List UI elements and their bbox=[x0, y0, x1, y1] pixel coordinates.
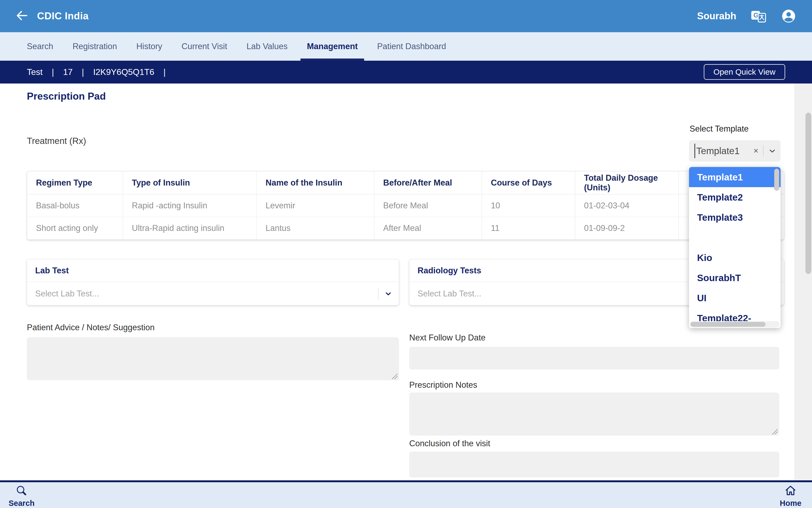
tab-search[interactable]: Search bbox=[27, 32, 53, 61]
lab-test-title: Lab Test bbox=[27, 259, 399, 282]
advice-label: Patient Advice / Notes/ Suggestion bbox=[27, 323, 155, 332]
prescription-notes-label: Prescription Notes bbox=[409, 380, 477, 390]
resize-handle-icon[interactable] bbox=[391, 373, 397, 379]
dropdown-option-template2[interactable]: Template2 bbox=[689, 187, 780, 207]
treatment-rx-label: Treatment (Rx) bbox=[27, 136, 86, 146]
table-row[interactable]: Basal-bolus Rapid -acting Insulin Levemi… bbox=[27, 195, 784, 217]
patient-name: Test bbox=[27, 67, 43, 77]
select-divider bbox=[378, 288, 378, 300]
tab-registration[interactable]: Registration bbox=[73, 32, 117, 61]
patient-id: I2K9Y6Q5Q1T6 bbox=[93, 67, 155, 77]
radiology-placeholder: Select Lab Test... bbox=[418, 289, 481, 299]
tab-lab-values[interactable]: Lab Values bbox=[247, 32, 288, 61]
rx-table-body: Basal-bolus Rapid -acting Insulin Levemi… bbox=[27, 195, 784, 240]
home-label: Home bbox=[780, 499, 802, 508]
cell-dosage: 01-02-03-04 bbox=[575, 195, 679, 217]
cell-meal: Before Meal bbox=[374, 195, 482, 217]
separator: | bbox=[52, 67, 54, 77]
col-name-of-insulin: Name of the Insulin bbox=[257, 171, 374, 195]
back-button[interactable] bbox=[15, 9, 29, 23]
template-dropdown: Template1 Template2 Template3 Kio Sourab… bbox=[689, 167, 780, 328]
table-row[interactable]: Short acting only Ultra-Rapid acting ins… bbox=[27, 217, 784, 240]
cell-insulin-type: Rapid -acting Insulin bbox=[123, 195, 257, 217]
svg-text:G: G bbox=[754, 11, 759, 19]
dropdown-option-blank[interactable] bbox=[689, 227, 780, 248]
cell-dosage: 01-09-09-2 bbox=[575, 217, 679, 240]
resize-handle-icon[interactable] bbox=[772, 428, 778, 434]
lab-test-card: Lab Test Select Lab Test... bbox=[27, 259, 399, 305]
patient-age: 17 bbox=[63, 67, 73, 77]
open-quick-view-button[interactable]: Open Quick View bbox=[704, 64, 785, 80]
conclusion-label: Conclusion of the visit bbox=[409, 439, 490, 449]
dropdown-hscrollbar-thumb[interactable] bbox=[690, 322, 766, 327]
dropdown-vscrollbar-thumb[interactable] bbox=[774, 169, 779, 190]
col-before-after-meal: Before/After Meal bbox=[374, 171, 482, 195]
dropdown-option-template3[interactable]: Template3 bbox=[689, 207, 780, 227]
chevron-down-icon[interactable] bbox=[768, 147, 776, 155]
clear-icon[interactable]: × bbox=[754, 146, 758, 156]
search-label: Search bbox=[9, 499, 35, 508]
home-shortcut[interactable]: Home bbox=[780, 484, 802, 508]
select-template-label: Select Template bbox=[690, 124, 749, 134]
col-regimen-type: Regimen Type bbox=[27, 171, 123, 195]
page-title: Prescription Pad bbox=[27, 91, 106, 102]
dropdown-option-ui[interactable]: UI bbox=[689, 288, 780, 308]
cell-insulin-name: Lantus bbox=[257, 217, 374, 240]
chevron-down-icon[interactable] bbox=[384, 290, 392, 298]
avatar-icon[interactable] bbox=[781, 8, 797, 24]
tab-management[interactable]: Management bbox=[307, 32, 358, 61]
template-select-value: Template1 bbox=[696, 145, 739, 156]
cell-insulin-type: Ultra-Rapid acting insulin bbox=[123, 217, 257, 240]
col-course-of-days: Course of Days bbox=[482, 171, 575, 195]
col-total-daily-dosage: Total Daily Dosage (Units) bbox=[575, 171, 679, 195]
col-type-of-insulin: Type of Insulin bbox=[123, 171, 257, 195]
advice-textarea[interactable] bbox=[27, 337, 399, 380]
cell-regimen: Short acting only bbox=[27, 217, 123, 240]
separator: | bbox=[164, 67, 166, 77]
search-icon bbox=[15, 484, 28, 498]
cell-regimen: Basal-bolus bbox=[27, 195, 123, 217]
cell-days: 11 bbox=[482, 217, 575, 240]
conclusion-input[interactable] bbox=[409, 452, 779, 477]
cell-meal: After Meal bbox=[374, 217, 482, 240]
nav-tabs: Search Registration History Current Visi… bbox=[0, 32, 812, 61]
translate-icon[interactable]: G bbox=[750, 8, 767, 25]
prescription-notes-textarea[interactable] bbox=[409, 392, 779, 435]
rx-table-header: Regimen Type Type of Insulin Name of the… bbox=[27, 171, 784, 195]
lab-test-select[interactable]: Select Lab Test... bbox=[27, 282, 399, 305]
dropdown-option-sourabht[interactable]: SourabhT bbox=[689, 268, 780, 288]
cell-days: 10 bbox=[482, 195, 575, 217]
search-shortcut[interactable]: Search bbox=[9, 484, 35, 508]
dropdown-option-template1[interactable]: Template1 bbox=[689, 167, 780, 187]
tab-current-visit[interactable]: Current Visit bbox=[181, 32, 227, 61]
app-bar-right: Sourabh G bbox=[697, 8, 812, 25]
separator: | bbox=[82, 67, 84, 77]
app-title: CDIC India bbox=[37, 10, 89, 22]
dropdown-option-kio[interactable]: Kio bbox=[689, 248, 780, 268]
tab-history[interactable]: History bbox=[136, 32, 162, 61]
text-cursor bbox=[694, 144, 695, 158]
tab-patient-dashboard[interactable]: Patient Dashboard bbox=[377, 32, 446, 61]
bottom-bar: Search Home bbox=[0, 480, 812, 508]
lab-test-placeholder: Select Lab Test... bbox=[35, 289, 99, 299]
patient-bar: Test | 17 | I2K9Y6Q5Q1T6 | Open Quick Vi… bbox=[0, 61, 812, 84]
back-arrow-icon bbox=[15, 9, 29, 24]
home-icon bbox=[784, 484, 797, 498]
app-root: CDIC India Sourabh G Search bbox=[0, 0, 812, 508]
app-bar: CDIC India Sourabh G bbox=[0, 0, 812, 32]
follow-up-label: Next Follow Up Date bbox=[409, 333, 485, 343]
username: Sourabh bbox=[697, 10, 736, 22]
follow-up-input[interactable] bbox=[409, 347, 779, 370]
rx-table: Regimen Type Type of Insulin Name of the… bbox=[27, 171, 784, 240]
template-select[interactable]: Template1 × bbox=[689, 140, 780, 162]
page-scrollbar-thumb[interactable] bbox=[806, 113, 811, 274]
cell-insulin-name: Levemir bbox=[257, 195, 374, 217]
